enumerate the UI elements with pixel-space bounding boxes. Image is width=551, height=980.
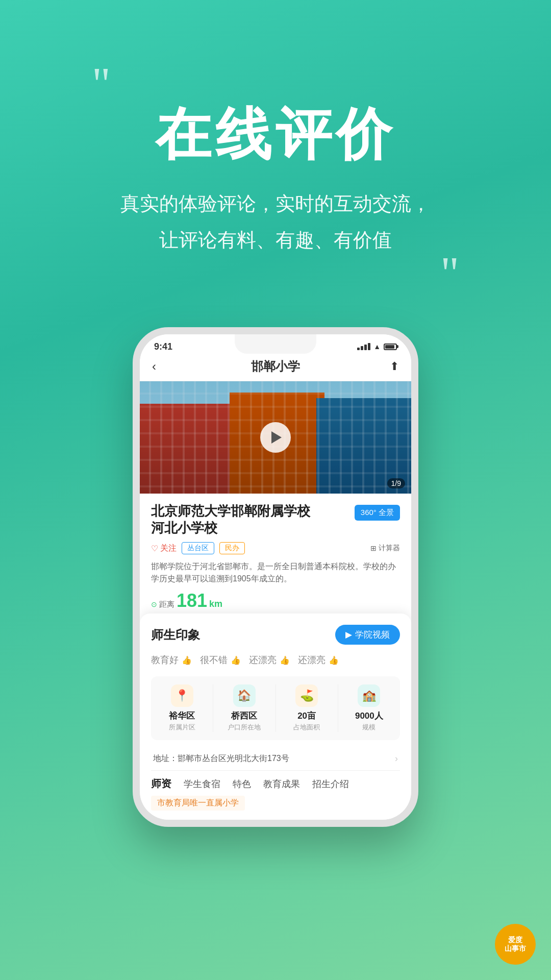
school-icon: 🏫 (362, 689, 376, 702)
phone-mockup: 9:41 ▲ ‹ 邯郸小学 ⬆ (133, 327, 418, 827)
menu-item-food[interactable]: 学生食宿 (184, 778, 220, 790)
calculator-label: 计算器 (379, 544, 400, 553)
school-image[interactable]: 1/9 (140, 381, 411, 494)
district-label: 所属片区 (151, 723, 213, 732)
school-description: 邯郸学院位于河北省邯郸市。是一所全日制普通本科院校。学校的办学历史最早可以追溯到… (151, 560, 400, 585)
video-button[interactable]: ▶ 学院视频 (335, 625, 400, 645)
tag-label-2: 还漂亮 (249, 654, 277, 666)
follow-label: 关注 (160, 543, 177, 554)
phone-container: 9:41 ▲ ‹ 邯郸小学 ⬆ (0, 327, 551, 827)
area-value: 20亩 (276, 710, 338, 722)
area-label: 占地面积 (276, 723, 338, 732)
watermark: 爱度山事市 (495, 924, 536, 965)
school-tags-row: ♡ 关注 丛台区 民办 ⊞ 计算器 (151, 542, 400, 554)
calculator-icon: ⊞ (370, 544, 377, 552)
distance-label: 距离 (159, 600, 174, 609)
chevron-right-icon: › (395, 753, 398, 764)
area-icon-wrap: ⛳ (295, 684, 318, 707)
impression-header: 师生印象 ▶ 学院视频 (151, 625, 400, 645)
hero-section: " 在线评价 真实的体验评论，实时的互动交流， 让评论有料、有趣、有价值 " (0, 0, 551, 297)
hero-subtitle-line1: 真实的体验评论，实时的互动交流， (0, 188, 551, 219)
follow-button[interactable]: ♡ 关注 (151, 543, 177, 554)
district-tag[interactable]: 丛台区 (182, 542, 214, 554)
address-text: 地址：邯郸市丛台区光明北大街173号 (153, 753, 289, 764)
impression-tags: 教育好 👍 很不错 👍 还漂亮 👍 还漂亮 👍 (151, 654, 400, 666)
phone-screen: 9:41 ▲ ‹ 邯郸小学 ⬆ (140, 334, 411, 820)
wifi-icon: ▲ (373, 342, 381, 351)
signal-icon (357, 343, 370, 350)
info-item-area: ⛳ 20亩 占地面积 (276, 684, 338, 732)
play-icon-small: ▶ (345, 629, 352, 640)
phone-notch (235, 334, 316, 354)
location-icon-wrap: 📍 (171, 684, 193, 707)
scale-value: 9000人 (338, 710, 400, 722)
info-grid: 📍 裕华区 所属片区 🏠 桥西区 户口所在地 ⛳ (151, 676, 400, 740)
tag-label-0: 教育好 (151, 654, 179, 666)
location-icon: 📍 (175, 689, 189, 702)
hukou-value: 桥西区 (213, 710, 275, 722)
tag-label-3: 还漂亮 (298, 654, 325, 666)
play-button[interactable] (260, 422, 291, 453)
thumb-icon-3: 👍 (329, 655, 339, 665)
back-button[interactable]: ‹ (152, 359, 170, 374)
video-btn-label: 学院视频 (355, 629, 390, 641)
status-icons: ▲ (357, 342, 397, 351)
tag-label-1: 很不错 (200, 654, 228, 666)
info-item-hukou: 🏠 桥西区 户口所在地 (213, 684, 276, 732)
home-icon: 🏠 (237, 689, 251, 702)
impression-tag-2[interactable]: 还漂亮 👍 (249, 654, 290, 666)
menu-main-label: 师资 (151, 777, 171, 791)
distance-unit: km (209, 599, 222, 609)
school-badge: 市教育局唯一直属小学 (151, 796, 245, 811)
impression-card: 师生印象 ▶ 学院视频 教育好 👍 很不错 👍 (140, 614, 411, 820)
menu-item-feature[interactable]: 特色 (233, 778, 251, 790)
panorama-button[interactable]: 360° 全景 (355, 505, 400, 521)
calculator-button[interactable]: ⊞ 计算器 (370, 544, 400, 553)
impression-tag-0[interactable]: 教育好 👍 (151, 654, 192, 666)
impression-title: 师生印象 (151, 627, 200, 643)
school-type-tag[interactable]: 民办 (219, 542, 245, 554)
impression-tag-3[interactable]: 还漂亮 👍 (298, 654, 339, 666)
menu-row: 师资 学生食宿 特色 教育成果 招生介绍 (151, 777, 400, 791)
watermark-text: 爱度山事市 (505, 936, 526, 953)
school-name: 北京师范大学邯郸附属学校河北小学校 (151, 503, 349, 537)
distance-prefix-icon: ⊙ (151, 600, 157, 608)
heart-icon: ♡ (151, 544, 158, 553)
school-info-section: 北京师范大学邯郸附属学校河北小学校 360° 全景 ♡ 关注 丛台区 民办 ⊞ … (140, 494, 411, 619)
time-display: 9:41 (154, 341, 172, 352)
share-button[interactable]: ⬆ (381, 360, 399, 373)
scale-label: 规模 (338, 723, 400, 732)
image-counter: 1/9 (387, 478, 405, 488)
nav-bar: ‹ 邯郸小学 ⬆ (140, 354, 411, 381)
quote-close-icon: " (0, 251, 551, 297)
school-name-row: 北京师范大学邯郸附属学校河北小学校 360° 全景 (151, 503, 400, 537)
distance-number: 181 (177, 590, 207, 611)
distance-row: ⊙ 距离 181 km (151, 590, 400, 611)
impression-tag-1[interactable]: 很不错 👍 (200, 654, 241, 666)
thumb-icon-0: 👍 (182, 655, 192, 665)
address-row[interactable]: 地址：邯郸市丛台区光明北大街173号 › (151, 747, 400, 771)
area-icon: ⛳ (300, 689, 314, 702)
info-item-scale: 🏫 9000人 规模 (338, 684, 400, 732)
play-icon (271, 431, 282, 444)
menu-item-enroll[interactable]: 招生介绍 (312, 778, 349, 790)
nav-title: 邯郸小学 (251, 358, 300, 375)
thumb-icon-1: 👍 (231, 655, 241, 665)
home-icon-wrap: 🏠 (233, 684, 256, 707)
hukou-label: 户口所在地 (213, 723, 275, 732)
district-value: 裕华区 (151, 710, 213, 722)
battery-icon (384, 344, 397, 350)
info-item-district: 📍 裕华区 所属片区 (151, 684, 213, 732)
school-icon-wrap: 🏫 (358, 684, 380, 707)
thumb-icon-2: 👍 (280, 655, 290, 665)
hero-title: 在线评价 (0, 97, 551, 173)
menu-item-education[interactable]: 教育成果 (263, 778, 300, 790)
